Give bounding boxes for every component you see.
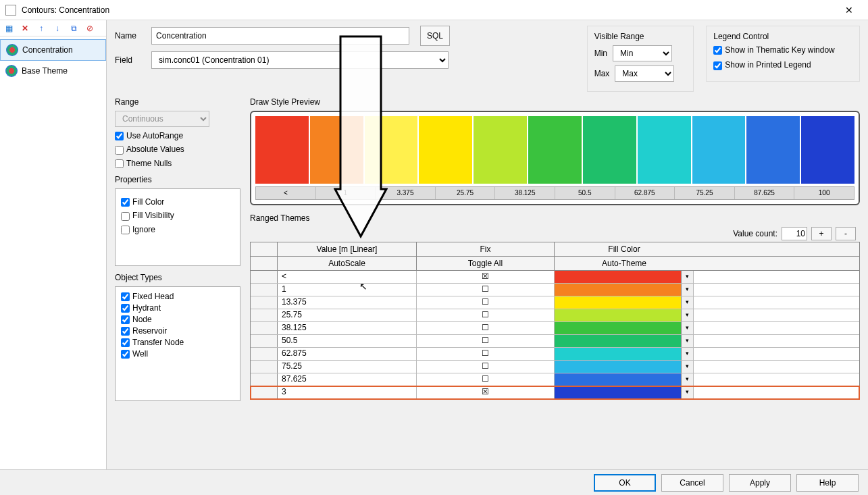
table-row[interactable]: 25.75☐▾ <box>251 309 859 322</box>
object-type-checkbox[interactable]: Hydrant <box>121 303 234 314</box>
value-count-minus[interactable]: - <box>836 227 856 240</box>
value-count-plus[interactable]: + <box>811 227 832 240</box>
autoscale-button[interactable]: AutoScale <box>278 257 417 270</box>
cancel-button[interactable]: Cancel <box>661 474 723 492</box>
color-swatch[interactable] <box>746 116 800 184</box>
show-thematic-checkbox[interactable]: Show in Thematic Key window <box>713 45 852 55</box>
value-cell[interactable]: 50.5 <box>278 335 417 347</box>
color-dropdown[interactable]: ▾ <box>681 296 693 309</box>
fill-color-cell[interactable] <box>555 386 681 398</box>
table-row[interactable]: 50.5☐▾ <box>251 335 859 348</box>
color-dropdown[interactable]: ▾ <box>681 322 693 334</box>
value-cell[interactable]: 87.625 <box>278 373 417 386</box>
value-cell[interactable]: 1 <box>278 284 417 296</box>
column-fill-color[interactable]: Fill Color <box>555 242 694 256</box>
color-swatch[interactable] <box>528 116 582 184</box>
close-button[interactable]: ✕ <box>836 1 863 20</box>
fill-color-cell[interactable] <box>555 348 681 360</box>
table-row[interactable]: 1☐▾ <box>251 284 859 296</box>
new-icon[interactable]: ▦ <box>3 22 15 34</box>
fix-checkbox[interactable]: ☒ <box>417 386 555 398</box>
sidebar-item-concentration[interactable]: Concentration <box>0 39 106 61</box>
table-row[interactable]: 13.375☐▾ <box>251 296 859 309</box>
object-type-checkbox[interactable]: Node <box>121 314 234 325</box>
fill-color-cell[interactable] <box>555 373 681 386</box>
color-swatch[interactable] <box>255 116 309 184</box>
value-cell[interactable]: 75.25 <box>278 361 417 373</box>
value-count-input[interactable] <box>782 227 807 240</box>
fill-color-cell[interactable] <box>555 296 681 309</box>
move-up-icon[interactable]: ↑ <box>35 22 47 34</box>
name-input[interactable] <box>151 27 409 45</box>
color-swatch[interactable] <box>365 116 418 184</box>
fix-checkbox[interactable]: ☐ <box>417 309 555 321</box>
fix-checkbox[interactable]: ☐ <box>417 361 555 373</box>
object-type-checkbox[interactable]: Fixed Head <box>121 291 234 303</box>
object-type-checkbox[interactable]: Transfer Node <box>121 337 234 348</box>
move-down-icon[interactable]: ↓ <box>51 22 63 34</box>
object-type-checkbox[interactable]: Reservoir <box>121 325 234 337</box>
color-swatch[interactable] <box>638 116 691 184</box>
table-row[interactable]: 87.625☐▾ <box>251 373 859 386</box>
color-dropdown[interactable]: ▾ <box>681 361 693 373</box>
value-cell[interactable]: 13.375 <box>278 296 417 309</box>
color-swatch[interactable] <box>692 116 746 184</box>
table-row[interactable]: 75.25☐▾ <box>251 361 859 373</box>
fix-checkbox[interactable]: ☐ <box>417 296 555 309</box>
fill-color-cell[interactable] <box>555 284 681 296</box>
fill-color-cell[interactable] <box>555 309 681 321</box>
fill-visibility-checkbox[interactable]: Fill Visibility <box>121 211 234 220</box>
ok-button[interactable]: OK <box>594 474 656 492</box>
color-dropdown[interactable]: ▾ <box>681 271 693 283</box>
auto-theme-button[interactable]: Auto-Theme <box>555 257 694 270</box>
ignore-checkbox[interactable]: Ignore <box>121 225 234 234</box>
value-cell[interactable]: 25.75 <box>278 309 417 321</box>
forbid-icon[interactable]: ⊘ <box>84 22 96 34</box>
table-row[interactable]: 38.125☐▾ <box>251 322 859 335</box>
object-type-checkbox[interactable]: Well <box>121 348 234 360</box>
value-cell[interactable]: 38.125 <box>278 322 417 334</box>
theme-nulls-checkbox[interactable]: Theme Nulls <box>115 159 240 168</box>
color-dropdown[interactable]: ▾ <box>681 335 693 347</box>
fix-checkbox[interactable]: ☐ <box>417 322 555 334</box>
min-select[interactable]: Min <box>613 45 672 61</box>
column-fix[interactable]: Fix <box>417 242 555 256</box>
fix-checkbox[interactable]: ☐ <box>417 335 555 347</box>
fix-checkbox[interactable]: ☐ <box>417 348 555 360</box>
color-swatch[interactable] <box>474 116 527 184</box>
max-select[interactable]: Max <box>615 66 674 82</box>
color-dropdown[interactable]: ▾ <box>681 348 693 360</box>
fill-color-checkbox[interactable]: Fill Color <box>121 197 234 207</box>
color-swatch[interactable] <box>583 116 636 184</box>
apply-button[interactable]: Apply <box>729 474 791 492</box>
color-swatch[interactable] <box>801 116 854 184</box>
delete-icon[interactable]: ✕ <box>19 22 31 34</box>
value-cell[interactable]: 62.875 <box>278 348 417 360</box>
help-button[interactable]: Help <box>796 474 859 492</box>
fix-checkbox[interactable]: ☐ <box>417 373 555 386</box>
value-cell[interactable]: 3 <box>278 386 417 398</box>
fill-color-cell[interactable] <box>555 322 681 334</box>
color-dropdown[interactable]: ▾ <box>681 373 693 386</box>
column-value[interactable]: Value [m [Linear] <box>278 242 417 256</box>
toggle-all-button[interactable]: Toggle All <box>417 257 555 270</box>
color-dropdown[interactable]: ▾ <box>681 386 693 398</box>
fill-color-cell[interactable] <box>555 335 681 347</box>
table-row[interactable]: 3☒▾ <box>251 386 859 399</box>
value-cell[interactable]: < <box>278 271 417 283</box>
fill-color-cell[interactable] <box>555 271 681 283</box>
fill-color-cell[interactable] <box>555 361 681 373</box>
sidebar-item-base-theme[interactable]: Base Theme <box>0 61 106 81</box>
copy-icon[interactable]: ⧉ <box>68 22 80 34</box>
color-swatch[interactable] <box>310 116 363 184</box>
color-dropdown[interactable]: ▾ <box>681 309 693 321</box>
table-row[interactable]: 62.875☐▾ <box>251 348 859 361</box>
field-select[interactable]: sim.conc01 (Concentration 01) <box>151 51 449 69</box>
table-row[interactable]: <☒▾ <box>251 271 859 284</box>
show-printed-checkbox[interactable]: Show in Printed Legend <box>713 60 852 70</box>
color-dropdown[interactable]: ▾ <box>681 284 693 296</box>
absolute-values-checkbox[interactable]: Absolute Values <box>115 145 240 154</box>
color-swatch[interactable] <box>419 116 472 184</box>
fix-checkbox[interactable]: ☐ <box>417 284 555 296</box>
sql-button[interactable]: SQL <box>420 26 450 46</box>
